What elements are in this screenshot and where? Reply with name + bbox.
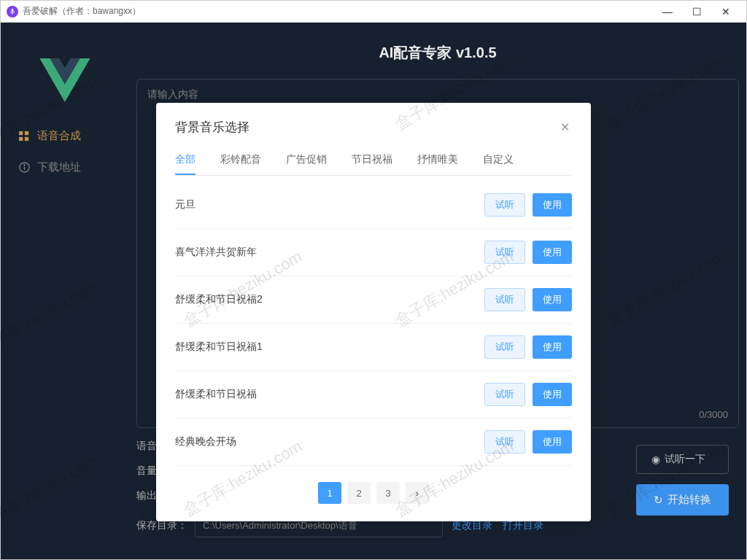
chevron-right-icon: ›	[416, 488, 419, 499]
listen-button[interactable]: 试听	[484, 430, 525, 454]
listen-button[interactable]: 试听	[484, 335, 525, 359]
use-button[interactable]: 使用	[533, 335, 572, 359]
music-name: 舒缓柔和节日祝福1	[175, 341, 263, 354]
tab-lyrical[interactable]: 抒情唯美	[417, 146, 458, 175]
use-button[interactable]: 使用	[533, 430, 572, 454]
tab-ringtone[interactable]: 彩铃配音	[220, 146, 261, 175]
page-next[interactable]: ›	[406, 482, 429, 504]
music-list: 元旦 试听 使用 喜气洋洋共贺新年 试听 使用 舒缓柔和节日祝福2 试听 使用 …	[175, 182, 572, 466]
music-item: 舒缓柔和节日祝福1 试听 使用	[175, 324, 572, 371]
tab-all[interactable]: 全部	[175, 146, 196, 175]
listen-button[interactable]: 试听	[484, 288, 525, 311]
use-button[interactable]: 使用	[533, 241, 572, 264]
music-item: 舒缓柔和节日祝福2 试听 使用	[175, 276, 572, 324]
modal-overlay: 背景音乐选择 ✕ 全部 彩铃配音 广告促销 节日祝福 抒情唯美 自定义 元旦 试…	[1, 23, 746, 559]
titlebar: 吾爱破解（作者：bawangxx） — ☐ ✕	[1, 1, 746, 23]
modal-header: 背景音乐选择 ✕	[175, 119, 572, 136]
use-button[interactable]: 使用	[533, 288, 572, 311]
page-1[interactable]: 1	[318, 482, 341, 504]
music-actions: 试听 使用	[484, 193, 572, 217]
modal-title: 背景音乐选择	[175, 119, 249, 136]
listen-button[interactable]: 试听	[484, 241, 525, 264]
window-title: 吾爱破解（作者：bawangxx）	[23, 5, 653, 18]
page-2[interactable]: 2	[347, 482, 371, 504]
music-actions: 试听 使用	[484, 335, 572, 359]
listen-button[interactable]: 试听	[484, 383, 525, 406]
music-item: 舒缓柔和节日祝福 试听 使用	[175, 371, 572, 419]
use-button[interactable]: 使用	[533, 193, 572, 217]
close-button[interactable]: ✕	[711, 1, 740, 22]
music-item: 元旦 试听 使用	[175, 182, 572, 229]
tab-custom[interactable]: 自定义	[483, 146, 514, 175]
music-name: 舒缓柔和节日祝福	[175, 388, 257, 401]
window-controls: — ☐ ✕	[653, 1, 740, 22]
pagination: 1 2 3 ›	[175, 482, 572, 504]
music-actions: 试听 使用	[484, 288, 572, 311]
music-item: 经典晚会开场 试听 使用	[175, 419, 572, 466]
app-icon	[7, 6, 18, 18]
page-3[interactable]: 3	[376, 482, 400, 504]
minimize-button[interactable]: —	[653, 1, 682, 22]
listen-button[interactable]: 试听	[484, 193, 525, 217]
music-actions: 试听 使用	[484, 430, 572, 454]
music-actions: 试听 使用	[484, 241, 572, 264]
modal-close-button[interactable]: ✕	[557, 120, 572, 135]
tab-ad[interactable]: 广告促销	[286, 146, 327, 175]
music-name: 经典晚会开场	[175, 435, 236, 448]
music-name: 元旦	[175, 198, 196, 211]
music-actions: 试听 使用	[484, 383, 572, 406]
music-name: 舒缓柔和节日祝福2	[175, 293, 263, 306]
tab-holiday[interactable]: 节日祝福	[352, 146, 392, 175]
music-name: 喜气洋洋共贺新年	[175, 246, 257, 259]
use-button[interactable]: 使用	[533, 383, 572, 406]
music-item: 喜气洋洋共贺新年 试听 使用	[175, 229, 572, 276]
app-window: 吾爱破解（作者：bawangxx） — ☐ ✕ 语音合成 下载地址	[0, 0, 747, 560]
maximize-button[interactable]: ☐	[682, 1, 711, 22]
modal-tabs: 全部 彩铃配音 广告促销 节日祝福 抒情唯美 自定义	[175, 146, 572, 176]
bgm-modal: 背景音乐选择 ✕ 全部 彩铃配音 广告促销 节日祝福 抒情唯美 自定义 元旦 试…	[156, 103, 591, 521]
